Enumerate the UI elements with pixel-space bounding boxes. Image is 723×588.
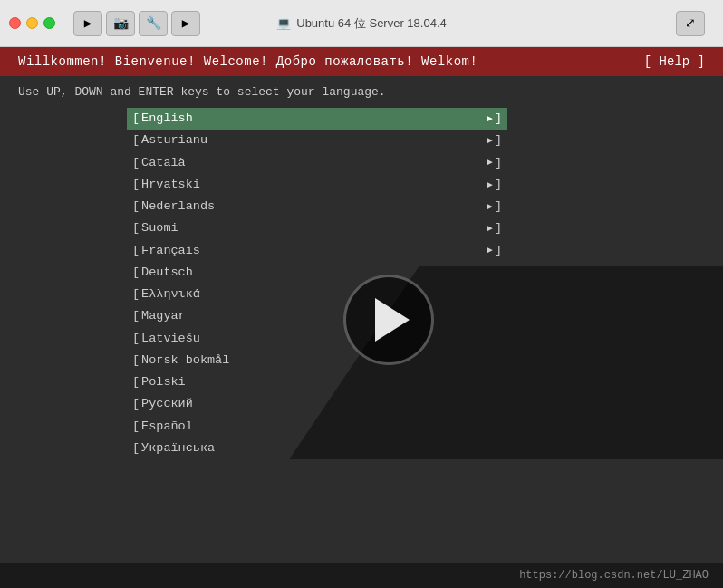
help-button[interactable]: [ Help ]	[644, 54, 705, 69]
bracket-left: [	[132, 395, 140, 413]
instruction-text: Use UP, DOWN and ENTER keys to select yo…	[0, 76, 723, 108]
bracket-left: [	[132, 264, 140, 282]
play-button[interactable]: ▶	[73, 11, 102, 36]
arrow-icon: ▶	[487, 287, 493, 303]
bracket-close: ]	[495, 131, 502, 149]
bracket-right: ▶ ]	[487, 242, 502, 260]
bracket-left: [	[132, 285, 140, 304]
bracket-close: ]	[495, 330, 502, 348]
bracket-left: [	[132, 242, 140, 260]
snapshot-button[interactable]: 📷	[106, 11, 135, 36]
bracket-right: ▶ ]	[487, 352, 502, 370]
language-item-suomi[interactable]: [ Suomi ▶ ]	[127, 217, 507, 239]
terminal-area: Use UP, DOWN and ENTER keys to select yo…	[0, 76, 723, 563]
arrow-icon: ▶	[487, 331, 493, 346]
arrow-icon: ▶	[487, 265, 493, 281]
window-icon: 💻	[276, 16, 291, 30]
minimize-button[interactable]	[26, 17, 38, 29]
language-item-español[interactable]: [ Español ▶ ]	[127, 416, 507, 438]
language-name: Asturianu	[141, 131, 207, 149]
language-name: Українська	[141, 439, 215, 458]
arrow-icon: ▶	[487, 199, 493, 215]
bracket-left: [	[132, 307, 140, 325]
bracket-close: ]	[495, 439, 502, 458]
bracket-close: ]	[495, 373, 502, 391]
bracket-close: ]	[495, 154, 502, 172]
language-item-українська[interactable]: [ Українська ▶ ]	[127, 438, 507, 459]
window-chrome: ▶ 📷 🔧 ▶ 💻 Ubuntu 64 位 Server 18.04.4 ⤢	[0, 0, 723, 47]
bracket-left: [	[132, 219, 140, 237]
bracket-close: ]	[495, 176, 502, 194]
bracket-close: ]	[495, 198, 502, 216]
bracket-close: ]	[495, 285, 502, 304]
language-name: Català	[141, 154, 186, 172]
arrow-icon: ▶	[487, 178, 493, 193]
bracket-right: ▶ ]	[487, 330, 502, 348]
language-name: Latviešu	[141, 330, 200, 348]
arrow-icon: ▶	[487, 419, 493, 434]
arrow-icon: ▶	[487, 243, 493, 258]
language-item-polski[interactable]: [ Polski ▶ ]	[127, 371, 507, 393]
forward-icon: ▶	[182, 15, 189, 31]
language-name: Suomi	[141, 219, 178, 237]
language-item-català[interactable]: [ Català ▶ ]	[127, 152, 507, 174]
bracket-right: ▶ ]	[487, 395, 502, 413]
bracket-right: ▶ ]	[487, 131, 502, 149]
language-item-français[interactable]: [ Français ▶ ]	[127, 240, 507, 262]
close-button[interactable]	[9, 17, 21, 29]
language-name: Polski	[141, 373, 186, 391]
language-list: [ English ▶ ] [ Asturianu ▶ ] [ Català ▶…	[127, 108, 507, 459]
bottom-bar: https://blog.csdn.net/LU_ZHAO	[0, 563, 723, 588]
language-item-asturianu[interactable]: [ Asturianu ▶ ]	[127, 130, 507, 151]
bracket-right: ▶ ]	[487, 373, 502, 391]
language-item-ελληνικά[interactable]: [ Ελληνικά ▶ ]	[127, 284, 507, 305]
camera-icon: 📷	[113, 15, 129, 31]
arrow-icon: ▶	[487, 155, 493, 170]
play-triangle-icon	[375, 298, 410, 342]
bracket-left: [	[132, 131, 140, 149]
language-name: Deutsch	[141, 264, 193, 282]
bracket-right: ▶ ]	[487, 307, 502, 325]
arrow-icon: ▶	[487, 375, 493, 390]
bracket-right: ▶ ]	[487, 219, 502, 237]
bracket-right: ▶ ]	[487, 285, 502, 304]
play-overlay-button[interactable]	[343, 275, 434, 365]
bracket-right: ▶ ]	[487, 154, 502, 172]
language-name: Magyar	[141, 307, 186, 325]
bracket-left: [	[132, 198, 140, 216]
language-item-latviešu[interactable]: [ Latviešu ▶ ]	[127, 328, 507, 350]
arrow-icon: ▶	[487, 133, 493, 149]
settings-button[interactable]: 🔧	[139, 11, 168, 36]
arrow-icon: ▶	[487, 441, 493, 457]
maximize-button[interactable]	[43, 17, 55, 29]
vm-screen: Willkommen! Bienvenue! Welcome! Добро по…	[0, 47, 723, 588]
language-name: Français	[141, 242, 200, 260]
bracket-close: ]	[495, 110, 502, 128]
arrow-icon: ▶	[487, 111, 493, 127]
forward-button[interactable]: ▶	[171, 11, 200, 36]
language-name: Nederlands	[141, 198, 215, 216]
language-item-nederlands[interactable]: [ Nederlands ▶ ]	[127, 196, 507, 217]
language-item-hrvatski[interactable]: [ Hrvatski ▶ ]	[127, 174, 507, 196]
language-item-norsk-bokmål[interactable]: [ Norsk bokmål ▶ ]	[127, 350, 507, 371]
bracket-left: [	[132, 176, 140, 194]
bracket-right: ▶ ]	[487, 264, 502, 282]
bracket-right: ▶ ]	[487, 110, 502, 128]
bracket-left: [	[132, 352, 140, 370]
play-icon: ▶	[84, 15, 92, 31]
language-item-deutsch[interactable]: [ Deutsch ▶ ]	[127, 262, 507, 284]
window-title: 💻 Ubuntu 64 位 Server 18.04.4	[276, 15, 447, 32]
bracket-left: [	[132, 373, 140, 391]
bracket-right: ▶ ]	[487, 198, 502, 216]
bracket-close: ]	[495, 395, 502, 413]
bottom-link[interactable]: https://blog.csdn.net/LU_ZHAO	[519, 569, 709, 582]
language-item-русский[interactable]: [ Русский ▶ ]	[127, 393, 507, 415]
wrench-icon: 🔧	[146, 15, 161, 31]
language-item-english[interactable]: [ English ▶ ]	[127, 108, 507, 130]
language-item-magyar[interactable]: [ Magyar ▶ ]	[127, 305, 507, 327]
fullscreen-button[interactable]: ⤢	[676, 11, 705, 36]
bracket-left: [	[132, 330, 140, 348]
language-name: Norsk bokmål	[141, 352, 229, 370]
arrow-icon: ▶	[487, 353, 493, 369]
bracket-close: ]	[495, 307, 502, 325]
